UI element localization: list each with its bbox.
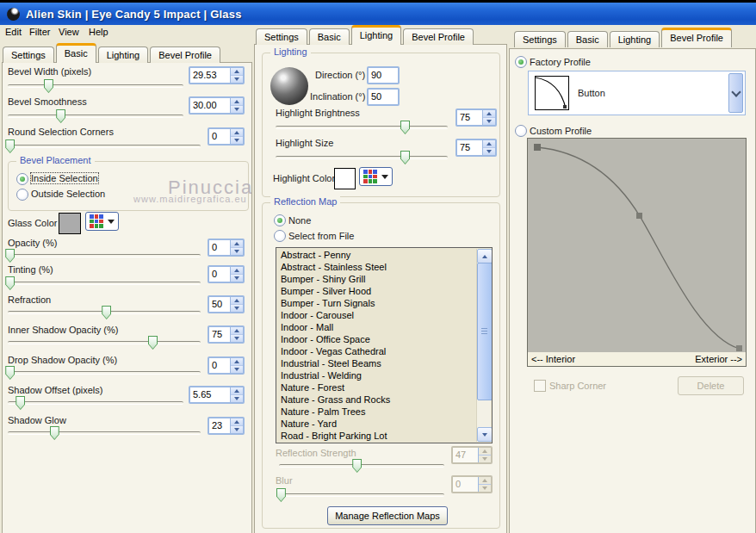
inclination-input[interactable]: 50 bbox=[369, 90, 398, 104]
middle-tab-basic[interactable]: Basic bbox=[309, 28, 350, 45]
tinting-input[interactable]: 0 bbox=[209, 267, 230, 282]
spin-down-button[interactable] bbox=[231, 275, 243, 282]
list-item[interactable]: Indoor - Mall bbox=[276, 321, 477, 333]
spin-down-button[interactable] bbox=[231, 335, 243, 342]
inner-shadow-input[interactable]: 75 bbox=[209, 327, 230, 342]
scroll-down-button[interactable] bbox=[477, 427, 493, 442]
direction-input[interactable]: 90 bbox=[369, 68, 398, 83]
highlight-size-input[interactable]: 75 bbox=[457, 140, 482, 155]
spin-down-button[interactable] bbox=[483, 148, 495, 155]
highlight-size-slider-thumb[interactable] bbox=[400, 151, 410, 164]
refraction-slider[interactable] bbox=[8, 311, 201, 314]
spin-up-button[interactable] bbox=[231, 267, 243, 275]
inside-selection-label[interactable]: Inside Selection bbox=[31, 173, 98, 183]
list-item[interactable]: Indoor - Office Space bbox=[276, 333, 477, 345]
bevel-width-slider[interactable] bbox=[8, 84, 183, 88]
spin-up-button[interactable] bbox=[231, 387, 243, 395]
spin-up-button[interactable] bbox=[231, 98, 243, 106]
spin-up-button[interactable] bbox=[231, 240, 243, 248]
opacity-input[interactable]: 0 bbox=[209, 240, 230, 255]
refraction-input[interactable]: 50 bbox=[209, 297, 230, 312]
custom-profile-radio[interactable] bbox=[515, 125, 527, 137]
spin-down-button[interactable] bbox=[231, 305, 243, 312]
scroll-up-button[interactable] bbox=[477, 249, 493, 263]
select-from-file-label[interactable]: Select from File bbox=[288, 231, 354, 241]
factory-profile-label[interactable]: Factory Profile bbox=[530, 57, 591, 67]
spin-down-button[interactable] bbox=[231, 137, 243, 144]
menu-help[interactable]: Help bbox=[89, 27, 108, 37]
menu-filter[interactable]: Filter bbox=[29, 27, 50, 37]
factory-profile-radio[interactable] bbox=[515, 56, 527, 68]
list-item[interactable]: Road - Bright Parking Lot bbox=[276, 430, 477, 442]
right-tab-lighting[interactable]: Lighting bbox=[610, 31, 660, 47]
bevel-smoothness-input[interactable]: 30.00 bbox=[190, 98, 230, 113]
listbox-scrollbar[interactable] bbox=[476, 249, 491, 442]
bevel-profile-curve-editor[interactable] bbox=[527, 138, 747, 354]
shadow-offset-slider-thumb[interactable] bbox=[15, 396, 25, 410]
list-item[interactable]: Abstract - Stainless Steel bbox=[276, 261, 477, 273]
outside-selection-radio[interactable] bbox=[16, 189, 28, 201]
highlight-color-swatch[interactable] bbox=[334, 168, 356, 189]
spin-up-button[interactable] bbox=[231, 418, 243, 426]
drop-shadow-slider-thumb[interactable] bbox=[5, 366, 15, 380]
bevel-width-slider-thumb[interactable] bbox=[44, 79, 53, 93]
list-item[interactable]: Indoor - Vegas Cathedral bbox=[276, 345, 477, 357]
right-tab-bevel-profile[interactable]: Bevel Profile bbox=[661, 28, 732, 47]
shadow-offset-input[interactable]: 5.65 bbox=[190, 387, 230, 402]
shadow-offset-slider[interactable] bbox=[8, 401, 183, 405]
round-corners-input[interactable]: 0 bbox=[209, 129, 230, 144]
list-item[interactable]: Indoor - Carousel bbox=[276, 309, 477, 321]
shadow-glow-slider-thumb[interactable] bbox=[50, 426, 59, 440]
right-tab-settings[interactable]: Settings bbox=[514, 31, 566, 47]
spin-down-button[interactable] bbox=[231, 248, 243, 255]
spin-down-button[interactable] bbox=[231, 426, 243, 433]
left-tab-bevel-profile[interactable]: Bevel Profile bbox=[150, 46, 220, 63]
left-tab-lighting[interactable]: Lighting bbox=[98, 46, 149, 63]
inside-selection-radio[interactable] bbox=[16, 173, 28, 185]
spin-up-button[interactable] bbox=[483, 140, 495, 148]
glass-color-swatch[interactable] bbox=[59, 213, 81, 234]
dropdown-scroll-strip[interactable] bbox=[728, 73, 743, 113]
tinting-slider-thumb[interactable] bbox=[5, 276, 15, 290]
drop-shadow-input[interactable]: 0 bbox=[209, 358, 230, 373]
spin-up-button[interactable] bbox=[231, 358, 243, 366]
list-item[interactable]: Nature - Grass and Rocks bbox=[276, 394, 477, 406]
light-direction-sphere[interactable] bbox=[270, 67, 308, 105]
list-item[interactable]: Nature - Forest bbox=[276, 381, 477, 394]
spin-up-button[interactable] bbox=[483, 110, 495, 118]
right-tab-basic[interactable]: Basic bbox=[567, 31, 608, 47]
list-item[interactable]: Industrial - Welding bbox=[276, 369, 477, 381]
list-item[interactable]: Bumper - Silver Hood bbox=[276, 285, 477, 297]
highlight-brightness-slider-thumb[interactable] bbox=[400, 121, 410, 134]
list-item[interactable]: Bumper - Turn Signals bbox=[276, 297, 477, 309]
reflection-map-listbox[interactable]: Abstract - Penny Abstract - Stainless St… bbox=[276, 247, 493, 443]
shadow-glow-input[interactable]: 23 bbox=[209, 418, 230, 433]
menu-view[interactable]: View bbox=[59, 27, 79, 37]
opacity-slider-thumb[interactable] bbox=[5, 249, 15, 263]
spin-up-button[interactable] bbox=[231, 68, 243, 76]
middle-tab-lighting[interactable]: Lighting bbox=[351, 25, 402, 45]
spin-up-button[interactable] bbox=[231, 297, 243, 305]
highlight-size-slider[interactable] bbox=[276, 156, 448, 159]
list-item[interactable]: Nature - Palm Trees bbox=[276, 406, 477, 418]
select-from-file-radio[interactable] bbox=[274, 230, 286, 242]
glass-color-picker-button[interactable] bbox=[85, 212, 119, 231]
spin-down-button[interactable] bbox=[231, 76, 243, 83]
list-item[interactable]: Bumper - Shiny Grill bbox=[276, 273, 477, 285]
spin-up-button[interactable] bbox=[231, 129, 243, 137]
tinting-slider[interactable] bbox=[8, 282, 201, 285]
bevel-smoothness-slider-thumb[interactable] bbox=[56, 109, 65, 123]
refraction-slider-thumb[interactable] bbox=[102, 306, 111, 319]
factory-profile-dropdown[interactable]: Button bbox=[528, 71, 746, 115]
manage-reflection-maps-button[interactable]: Manage Reflection Maps bbox=[327, 506, 448, 525]
scrollbar-thumb[interactable] bbox=[477, 263, 493, 400]
highlight-color-picker-button[interactable] bbox=[359, 167, 393, 186]
highlight-brightness-input[interactable]: 75 bbox=[457, 110, 482, 125]
drop-shadow-slider[interactable] bbox=[8, 371, 201, 375]
round-corners-slider-thumb[interactable] bbox=[5, 139, 15, 153]
menu-edit[interactable]: Edit bbox=[5, 27, 22, 37]
middle-tab-bevel-profile[interactable]: Bevel Profile bbox=[403, 28, 474, 45]
custom-profile-label[interactable]: Custom Profile bbox=[530, 126, 592, 136]
opacity-slider[interactable] bbox=[8, 254, 201, 257]
inner-shadow-slider-thumb[interactable] bbox=[148, 336, 158, 350]
